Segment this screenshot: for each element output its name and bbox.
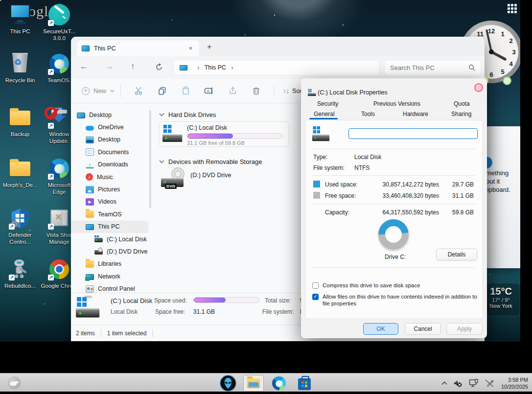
drive-label: Drive C: — [385, 254, 406, 260]
this-pc-icon — [82, 46, 90, 51]
dvd-drive-icon — [94, 250, 103, 255]
taskbar-explorer-button[interactable] — [243, 375, 264, 392]
tab-hardware[interactable]: Hardware — [403, 111, 428, 117]
details-button[interactable]: Details — [436, 249, 477, 260]
sidebar-item-onedrive[interactable]: OneDrive — [71, 121, 152, 133]
shortcut-arrow-icon — [9, 275, 15, 280]
hidden-icons-chevron-icon[interactable] — [441, 381, 447, 385]
copy-button[interactable] — [154, 84, 170, 98]
back-icon[interactable]: ← — [80, 62, 88, 71]
chevron-right-icon: › — [197, 64, 200, 71]
desktop-icon-backup[interactable]: Backup — [1, 106, 39, 138]
desktop-grid-icon[interactable] — [508, 4, 519, 15]
hard-drive-icon — [308, 89, 311, 96]
clipboard-toast-panel[interactable]: mething put it lipboard. — [484, 126, 520, 268]
taskbar-clock[interactable]: 3:58 PM 10/20/2025 — [501, 376, 528, 390]
breadcrumb-this-pc[interactable]: This PC — [205, 64, 226, 71]
taskbar-weather-icon[interactable] — [8, 376, 21, 389]
sidebar-scrollbar[interactable] — [149, 110, 151, 208]
start-button[interactable] — [218, 375, 238, 392]
new-button[interactable]: + New — [82, 87, 115, 95]
tab-close-icon[interactable]: × — [186, 45, 194, 52]
desktop-icon-secureuxtheme[interactable]: SecureUxT...3.0.0 — [41, 3, 78, 42]
sidebar-item-videos[interactable]: Videos — [71, 196, 152, 208]
taskbar-edge-button[interactable] — [269, 375, 289, 392]
dialog-title-bar: (C:) Local Disk Properties — [308, 83, 387, 102]
desktop-icon-defender-control[interactable]: Defender Contro... — [1, 207, 39, 245]
sidebar-item-libraries[interactable]: Libraries — [71, 258, 152, 270]
svg-text:6: 6 — [489, 71, 493, 78]
desktop-folder-icon — [86, 136, 94, 143]
taskbar-store-button[interactable] — [294, 375, 315, 392]
refresh-icon[interactable] — [155, 63, 163, 71]
sort-arrows-icon: ↑↓ — [283, 87, 289, 94]
divider — [312, 267, 476, 268]
index-checkbox-row[interactable]: Allow files on this drive to have conten… — [312, 293, 478, 307]
up-icon[interactable]: ↑ — [131, 62, 135, 71]
file-explorer-icon — [247, 378, 260, 388]
sidebar-item-this-pc[interactable]: This PC — [71, 221, 148, 233]
sidebar-item-network[interactable]: Network — [71, 270, 152, 282]
weather-widget: 15°C 17° / 9° New York — [482, 283, 520, 316]
sidebar-item-pictures[interactable]: Pictures — [71, 183, 152, 195]
chevron-right-icon: › — [231, 64, 233, 71]
desktop-icon-recycle-bin[interactable]: Recycle Bin — [1, 52, 39, 84]
pen-disabled-icon[interactable] — [485, 379, 494, 387]
share-button[interactable] — [224, 84, 241, 98]
sidebar-item-downloads[interactable]: Downloads — [71, 159, 152, 171]
control-panel-icon — [86, 285, 94, 293]
recycle-bin-icon — [12, 53, 28, 72]
compress-checkbox-row[interactable]: Compress this drive to save disk space — [312, 282, 478, 289]
desktop-icon-rebuildicons[interactable]: RebuildIco... — [1, 257, 39, 289]
delete-button[interactable] — [248, 84, 264, 98]
chevron-down-icon — [159, 160, 164, 163]
svg-text:3: 3 — [512, 48, 515, 56]
search-input[interactable]: Search This PC — [384, 60, 481, 75]
sidebar-item-desktop[interactable]: Desktop — [71, 134, 152, 146]
volume-label-input[interactable] — [348, 128, 478, 139]
hard-drive-icon — [76, 297, 99, 318]
cancel-button[interactable]: Cancel — [405, 323, 441, 335]
dialog-close-button[interactable] — [474, 83, 483, 92]
sidebar-item-local-disk-c[interactable]: (C:) Local Disk — [71, 233, 152, 245]
type-value: Local Disk — [354, 154, 381, 161]
drive-usage-text: 31.1 GB free of 59.8 GB — [187, 140, 245, 146]
desktop-icon-morphs-folder[interactable]: Morph's_De... — [1, 157, 39, 188]
tab-this-pc[interactable]: This PC × — [77, 40, 199, 56]
forward-icon[interactable]: → — [105, 62, 114, 71]
tab-previous-versions[interactable]: Previous Versions — [373, 100, 420, 107]
sidebar-item-music[interactable]: Music — [71, 171, 152, 183]
desktop-icon-this-pc[interactable]: This PC — [1, 3, 39, 35]
capacity-size: 59.8 GB — [452, 209, 474, 216]
rename-button[interactable]: A — [201, 84, 217, 98]
sidebar-item-desktop-root[interactable]: Desktop — [71, 109, 152, 121]
sidebar-item-documents[interactable]: Documents — [71, 146, 152, 158]
sidebar-item-teamos[interactable]: TeamOS — [71, 208, 152, 220]
index-checkbox[interactable] — [312, 294, 319, 300]
letterbox-bottom — [0, 342, 532, 373]
tab-general[interactable]: General — [314, 111, 335, 117]
capacity-bytes: 64,317,550,592 bytes — [383, 209, 439, 216]
tab-sharing[interactable]: Sharing — [451, 111, 471, 117]
tab-tools[interactable]: Tools — [361, 111, 375, 117]
network-icon[interactable] — [469, 379, 479, 388]
compress-checkbox[interactable] — [312, 282, 319, 289]
picture-icon — [86, 186, 94, 193]
dvd-drive-item[interactable]: DVD (D:) DVD Drive — [161, 166, 288, 190]
new-tab-button[interactable]: + — [207, 43, 211, 51]
alienware-icon — [220, 375, 236, 392]
drive-c-item[interactable]: (C:) Local Disk 31.1 GB free of 59.8 GB — [159, 121, 289, 147]
maximize-button[interactable] — [503, 76, 511, 85]
tab-security[interactable]: Security — [317, 100, 338, 107]
apply-button[interactable]: Apply — [446, 323, 483, 335]
svg-text:12: 12 — [488, 27, 495, 35]
folder-icon — [10, 111, 30, 125]
paste-button[interactable] — [177, 84, 194, 98]
volume-muted-icon[interactable] — [453, 379, 463, 388]
dvd-name: (D:) DVD Drive — [190, 172, 231, 179]
breadcrumb[interactable]: › This PC › — [174, 60, 379, 75]
tab-quota[interactable]: Quota — [454, 100, 470, 107]
ok-button[interactable]: OK — [363, 323, 398, 335]
cut-button[interactable] — [130, 84, 147, 98]
sidebar-item-dvd-drive-d[interactable]: (D:) DVD Drive — [71, 245, 152, 257]
